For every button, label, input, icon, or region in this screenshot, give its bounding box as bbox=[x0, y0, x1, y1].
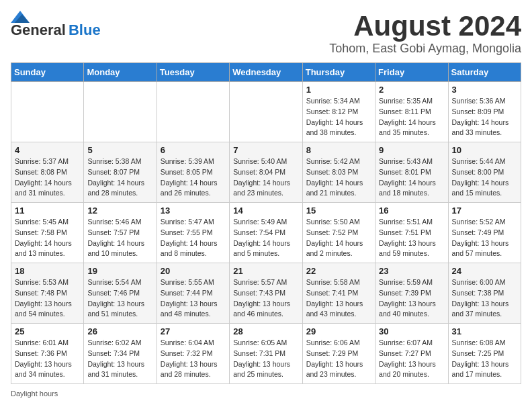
col-header-wednesday: Wednesday bbox=[230, 63, 302, 82]
day-number: 16 bbox=[379, 205, 444, 216]
day-number: 30 bbox=[379, 326, 444, 336]
day-number: 28 bbox=[233, 326, 298, 336]
header: GeneralBlue August 2024 Tohom, East Gobi… bbox=[11, 11, 521, 56]
day-info: Sunrise: 5:36 AMSunset: 8:09 PMDaylight:… bbox=[452, 96, 517, 138]
logo-general-text: General bbox=[11, 23, 66, 38]
day-number: 2 bbox=[379, 85, 444, 95]
day-info: Sunrise: 5:52 AMSunset: 7:49 PMDaylight:… bbox=[452, 217, 517, 259]
day-info: Sunrise: 5:38 AMSunset: 8:07 PMDaylight:… bbox=[87, 156, 152, 199]
day-info: Sunrise: 5:45 AMSunset: 7:58 PMDaylight:… bbox=[15, 217, 80, 259]
calendar-table: SundayMondayTuesdayWednesdayThursdayFrid… bbox=[11, 62, 521, 384]
col-header-monday: Monday bbox=[84, 63, 157, 82]
day-number: 14 bbox=[233, 205, 298, 216]
day-number: 15 bbox=[306, 205, 371, 216]
day-number: 8 bbox=[306, 145, 371, 155]
logo: GeneralBlue bbox=[11, 11, 101, 38]
day-number: 4 bbox=[15, 145, 80, 155]
calendar-cell: 20Sunrise: 5:55 AMSunset: 7:44 PMDayligh… bbox=[157, 263, 229, 324]
day-info: Sunrise: 5:54 AMSunset: 7:46 PMDaylight:… bbox=[87, 277, 152, 320]
calendar-cell: 19Sunrise: 5:54 AMSunset: 7:46 PMDayligh… bbox=[84, 263, 157, 324]
calendar-title: August 2024 bbox=[329, 11, 521, 42]
calendar-body: 1Sunrise: 5:34 AMSunset: 8:12 PMDaylight… bbox=[11, 82, 521, 384]
calendar-week-4: 18Sunrise: 5:53 AMSunset: 7:48 PMDayligh… bbox=[11, 263, 521, 324]
col-header-sunday: Sunday bbox=[11, 63, 84, 82]
day-number: 26 bbox=[87, 326, 152, 336]
calendar-cell: 10Sunrise: 5:44 AMSunset: 8:00 PMDayligh… bbox=[448, 142, 521, 203]
day-number: 24 bbox=[452, 266, 517, 276]
day-number: 22 bbox=[306, 266, 371, 276]
day-number: 9 bbox=[379, 145, 444, 155]
day-info: Sunrise: 5:50 AMSunset: 7:52 PMDaylight:… bbox=[306, 217, 371, 259]
footer-note: Daylight hours bbox=[11, 390, 521, 398]
day-number: 18 bbox=[15, 266, 80, 276]
day-number: 19 bbox=[87, 266, 152, 276]
calendar-cell: 13Sunrise: 5:47 AMSunset: 7:55 PMDayligh… bbox=[157, 203, 229, 263]
day-info: Sunrise: 5:35 AMSunset: 8:11 PMDaylight:… bbox=[379, 96, 444, 138]
calendar-cell: 21Sunrise: 5:57 AMSunset: 7:43 PMDayligh… bbox=[230, 263, 302, 324]
day-info: Sunrise: 5:34 AMSunset: 8:12 PMDaylight:… bbox=[306, 96, 371, 138]
day-number: 12 bbox=[87, 205, 152, 216]
day-info: Sunrise: 5:43 AMSunset: 8:01 PMDaylight:… bbox=[379, 156, 444, 199]
calendar-cell: 31Sunrise: 6:08 AMSunset: 7:25 PMDayligh… bbox=[448, 324, 521, 384]
day-info: Sunrise: 6:07 AMSunset: 7:27 PMDaylight:… bbox=[379, 338, 444, 380]
day-number: 17 bbox=[452, 205, 517, 216]
calendar-cell: 1Sunrise: 5:34 AMSunset: 8:12 PMDaylight… bbox=[302, 82, 375, 142]
calendar-cell bbox=[230, 82, 302, 142]
calendar-week-5: 25Sunrise: 6:01 AMSunset: 7:36 PMDayligh… bbox=[11, 324, 521, 384]
calendar-cell: 2Sunrise: 5:35 AMSunset: 8:11 PMDaylight… bbox=[375, 82, 448, 142]
calendar-cell: 7Sunrise: 5:40 AMSunset: 8:04 PMDaylight… bbox=[230, 142, 302, 203]
calendar-cell: 12Sunrise: 5:46 AMSunset: 7:57 PMDayligh… bbox=[84, 203, 157, 263]
logo-blue-text: Blue bbox=[69, 23, 101, 38]
calendar-cell: 15Sunrise: 5:50 AMSunset: 7:52 PMDayligh… bbox=[302, 203, 375, 263]
calendar-week-2: 4Sunrise: 5:37 AMSunset: 8:08 PMDaylight… bbox=[11, 142, 521, 203]
day-info: Sunrise: 5:37 AMSunset: 8:08 PMDaylight:… bbox=[15, 156, 80, 199]
calendar-cell: 29Sunrise: 6:06 AMSunset: 7:29 PMDayligh… bbox=[302, 324, 375, 384]
day-info: Sunrise: 5:57 AMSunset: 7:43 PMDaylight:… bbox=[233, 277, 298, 320]
col-header-saturday: Saturday bbox=[448, 63, 521, 82]
day-info: Sunrise: 6:08 AMSunset: 7:25 PMDaylight:… bbox=[452, 338, 517, 380]
day-info: Sunrise: 6:00 AMSunset: 7:38 PMDaylight:… bbox=[452, 277, 517, 320]
calendar-cell: 30Sunrise: 6:07 AMSunset: 7:27 PMDayligh… bbox=[375, 324, 448, 384]
day-info: Sunrise: 5:40 AMSunset: 8:04 PMDaylight:… bbox=[233, 156, 298, 199]
day-info: Sunrise: 5:55 AMSunset: 7:44 PMDaylight:… bbox=[161, 277, 226, 320]
calendar-cell: 22Sunrise: 5:58 AMSunset: 7:41 PMDayligh… bbox=[302, 263, 375, 324]
calendar-header-row: SundayMondayTuesdayWednesdayThursdayFrid… bbox=[11, 63, 521, 82]
day-number: 10 bbox=[452, 145, 517, 155]
day-number: 31 bbox=[452, 326, 517, 336]
calendar-week-3: 11Sunrise: 5:45 AMSunset: 7:58 PMDayligh… bbox=[11, 203, 521, 263]
calendar-cell: 4Sunrise: 5:37 AMSunset: 8:08 PMDaylight… bbox=[11, 142, 84, 203]
calendar-cell: 23Sunrise: 5:59 AMSunset: 7:39 PMDayligh… bbox=[375, 263, 448, 324]
day-info: Sunrise: 5:53 AMSunset: 7:48 PMDaylight:… bbox=[15, 277, 80, 320]
day-number: 23 bbox=[379, 266, 444, 276]
calendar-week-1: 1Sunrise: 5:34 AMSunset: 8:12 PMDaylight… bbox=[11, 82, 521, 142]
day-info: Sunrise: 6:04 AMSunset: 7:32 PMDaylight:… bbox=[161, 338, 226, 380]
day-info: Sunrise: 5:51 AMSunset: 7:51 PMDaylight:… bbox=[379, 217, 444, 259]
day-info: Sunrise: 6:02 AMSunset: 7:34 PMDaylight:… bbox=[87, 338, 152, 380]
day-info: Sunrise: 5:42 AMSunset: 8:03 PMDaylight:… bbox=[306, 156, 371, 199]
calendar-cell: 18Sunrise: 5:53 AMSunset: 7:48 PMDayligh… bbox=[11, 263, 84, 324]
day-number: 20 bbox=[161, 266, 226, 276]
calendar-cell: 27Sunrise: 6:04 AMSunset: 7:32 PMDayligh… bbox=[157, 324, 229, 384]
day-info: Sunrise: 5:58 AMSunset: 7:41 PMDaylight:… bbox=[306, 277, 371, 320]
day-info: Sunrise: 5:49 AMSunset: 7:54 PMDaylight:… bbox=[233, 217, 298, 259]
day-number: 21 bbox=[233, 266, 298, 276]
calendar-cell: 17Sunrise: 5:52 AMSunset: 7:49 PMDayligh… bbox=[448, 203, 521, 263]
day-info: Sunrise: 5:59 AMSunset: 7:39 PMDaylight:… bbox=[379, 277, 444, 320]
title-area: August 2024 Tohom, East Gobi Aymag, Mong… bbox=[329, 11, 521, 56]
day-number: 1 bbox=[306, 85, 371, 95]
calendar-cell: 14Sunrise: 5:49 AMSunset: 7:54 PMDayligh… bbox=[230, 203, 302, 263]
day-number: 11 bbox=[15, 205, 80, 216]
day-number: 25 bbox=[15, 326, 80, 336]
calendar-cell: 8Sunrise: 5:42 AMSunset: 8:03 PMDaylight… bbox=[302, 142, 375, 203]
day-info: Sunrise: 6:06 AMSunset: 7:29 PMDaylight:… bbox=[306, 338, 371, 380]
calendar-cell: 5Sunrise: 5:38 AMSunset: 8:07 PMDaylight… bbox=[84, 142, 157, 203]
calendar-cell: 16Sunrise: 5:51 AMSunset: 7:51 PMDayligh… bbox=[375, 203, 448, 263]
calendar-cell: 6Sunrise: 5:39 AMSunset: 8:05 PMDaylight… bbox=[157, 142, 229, 203]
col-header-tuesday: Tuesday bbox=[157, 63, 229, 82]
day-number: 3 bbox=[452, 85, 517, 95]
calendar-cell: 28Sunrise: 6:05 AMSunset: 7:31 PMDayligh… bbox=[230, 324, 302, 384]
day-number: 7 bbox=[233, 145, 298, 155]
col-header-friday: Friday bbox=[375, 63, 448, 82]
calendar-cell bbox=[11, 82, 84, 142]
col-header-thursday: Thursday bbox=[302, 63, 375, 82]
